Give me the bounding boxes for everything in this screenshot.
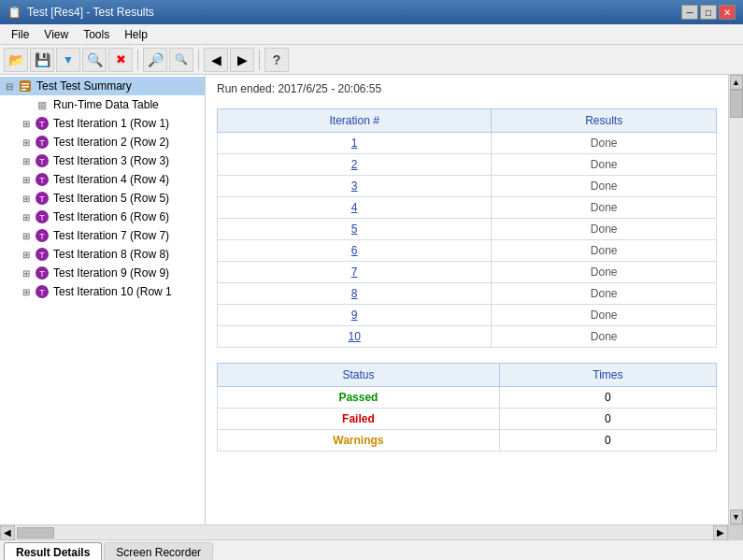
menu-tools[interactable]: Tools	[76, 26, 117, 43]
results-col-header: Results	[492, 109, 717, 133]
help-button[interactable]: ?	[264, 48, 289, 72]
iteration-number-cell: 8	[218, 283, 492, 305]
svg-rect-1	[21, 83, 29, 85]
status-row: Passed0	[218, 387, 717, 409]
tree-item-iter10[interactable]: ⊞ T Test Iteration 10 (Row 1	[17, 282, 205, 301]
filter-button[interactable]: ▼	[56, 48, 80, 72]
expand-iter10[interactable]: ⊞	[19, 284, 34, 299]
iteration-link[interactable]: 3	[351, 179, 358, 193]
table-row: 3Done	[218, 176, 717, 197]
expand-summary[interactable]: ⊟	[2, 79, 17, 93]
vertical-scrollbar[interactable]: ▲ ▼	[728, 75, 743, 524]
save-button[interactable]: 💾	[30, 48, 54, 72]
iteration-link[interactable]: 7	[351, 266, 358, 279]
status-label-cell: Failed	[218, 409, 500, 430]
iteration-link[interactable]: 8	[351, 287, 358, 300]
close-button[interactable]: ✕	[719, 5, 736, 20]
iter8-icon: T	[34, 247, 50, 262]
tree-item-iter6[interactable]: ⊞ T Test Iteration 6 (Row 6)	[17, 208, 205, 226]
tree-item-iter1[interactable]: ⊞ T Test Iteration 1 (Row 1)	[17, 114, 205, 133]
result-cell: Done	[492, 197, 717, 219]
iter10-icon: T	[34, 284, 50, 299]
search-button[interactable]: 🔍	[82, 48, 107, 72]
iteration-link[interactable]: 10	[348, 330, 360, 343]
times-cell: 0	[499, 409, 716, 430]
tree-item-iter7[interactable]: ⊞ T Test Iteration 7 (Row 7)	[17, 226, 205, 245]
expand-iter4[interactable]: ⊞	[19, 172, 34, 187]
iter7-icon: T	[34, 228, 50, 243]
expand-iter5[interactable]: ⊞	[19, 191, 34, 206]
iter-col-header: Iteration #	[218, 109, 492, 133]
zoom-in-button[interactable]: 🔎	[143, 48, 167, 72]
tab-screen-recorder[interactable]: Screen Recorder	[104, 542, 213, 560]
iteration-link[interactable]: 5	[351, 223, 358, 236]
zoom-out-button[interactable]: 🔍	[169, 48, 193, 72]
tree-item-iter8[interactable]: ⊞ T Test Iteration 8 (Row 8)	[17, 245, 205, 264]
svg-text:T: T	[39, 213, 45, 223]
stop-button[interactable]: ✖	[108, 48, 133, 72]
result-cell: Done	[492, 176, 717, 197]
minimize-button[interactable]: ─	[681, 5, 698, 20]
h-scroll-thumb[interactable]	[17, 527, 54, 538]
result-cell: Done	[492, 133, 717, 154]
expand-iter6[interactable]: ⊞	[19, 209, 34, 224]
run-ended-label: Run ended:	[217, 82, 275, 95]
svg-text:T: T	[39, 232, 45, 241]
scroll-thumb[interactable]	[730, 90, 743, 118]
tree-item-iter3[interactable]: ⊞ T Test Iteration 3 (Row 3)	[17, 151, 205, 170]
scroll-up-button[interactable]: ▲	[730, 75, 743, 90]
run-ended-bar: Run ended: 2017/6/25 - 20:06:55	[217, 82, 717, 99]
back-button[interactable]: ◀	[204, 48, 228, 72]
result-cell: Done	[492, 154, 717, 176]
maximize-button[interactable]: □	[700, 5, 717, 20]
times-col-header: Times	[499, 364, 716, 387]
expand-iter2[interactable]: ⊞	[19, 135, 34, 150]
expand-iter3[interactable]: ⊞	[19, 153, 34, 168]
sep2	[198, 50, 199, 70]
tree-item-runtime[interactable]: ▦ Run-Time Data Table	[17, 95, 205, 114]
open-button[interactable]: 📂	[4, 48, 28, 72]
tree-label-iter3: Test Iteration 3 (Row 3)	[53, 154, 169, 167]
expand-iter7[interactable]: ⊞	[19, 228, 34, 243]
iteration-number-cell: 6	[218, 240, 492, 262]
svg-text:T: T	[39, 269, 45, 279]
tree-item-iter9[interactable]: ⊞ T Test Iteration 9 (Row 9)	[17, 264, 205, 282]
tree-label-iter10: Test Iteration 10 (Row 1	[53, 285, 172, 298]
h-scroll-left-button[interactable]: ◀	[0, 525, 15, 540]
tree-panel: ⊟ Test Test Summary ▦ Run-Time Data Tabl…	[0, 75, 206, 524]
expand-iter8[interactable]: ⊞	[19, 247, 34, 262]
status-label-cell: Passed	[218, 387, 500, 409]
tree-label-iter7: Test Iteration 7 (Row 7)	[53, 229, 169, 242]
iteration-link[interactable]: 1	[351, 136, 358, 150]
menu-file[interactable]: File	[4, 26, 36, 43]
iteration-link[interactable]: 9	[351, 309, 358, 322]
tree-item-iter5[interactable]: ⊞ T Test Iteration 5 (Row 5)	[17, 189, 205, 208]
tree-item-summary[interactable]: ⊟ Test Test Summary	[0, 77, 205, 95]
iteration-link[interactable]: 6	[351, 244, 358, 257]
iter6-icon: T	[34, 209, 50, 224]
iteration-number-cell: 5	[218, 219, 492, 240]
menu-view[interactable]: View	[36, 26, 76, 43]
tab-result-details[interactable]: Result Details	[4, 542, 102, 560]
result-cell: Done	[492, 240, 717, 262]
tree-label-iter9: Test Iteration 9 (Row 9)	[53, 266, 169, 280]
iteration-link[interactable]: 2	[351, 158, 358, 171]
times-cell: 0	[499, 387, 716, 409]
table-row: 4Done	[218, 197, 717, 219]
sep3	[259, 50, 260, 70]
times-cell: 0	[499, 430, 716, 452]
iter4-icon: T	[34, 172, 50, 187]
h-scroll-right-button[interactable]: ▶	[713, 525, 728, 540]
iteration-number-cell: 10	[218, 326, 492, 348]
scroll-down-button[interactable]: ▼	[730, 510, 743, 524]
iteration-link[interactable]: 4	[351, 201, 358, 214]
tree-item-iter4[interactable]: ⊞ T Test Iteration 4 (Row 4)	[17, 170, 205, 189]
expand-iter9[interactable]: ⊞	[19, 266, 34, 280]
menu-help[interactable]: Help	[117, 26, 155, 43]
table-row: 7Done	[218, 262, 717, 283]
tree-label-iter4: Test Iteration 4 (Row 4)	[53, 173, 169, 186]
forward-button[interactable]: ▶	[230, 48, 254, 72]
expand-iter1[interactable]: ⊞	[19, 116, 34, 131]
tree-item-iter2[interactable]: ⊞ T Test Iteration 2 (Row 2)	[17, 133, 205, 151]
status-row: Failed0	[218, 409, 717, 430]
